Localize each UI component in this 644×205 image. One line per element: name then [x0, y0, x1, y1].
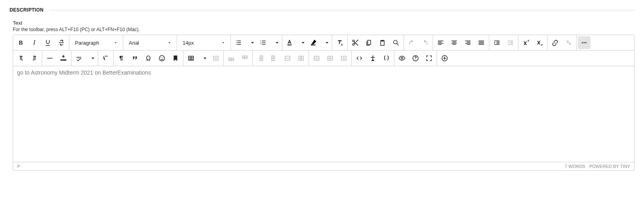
fullscreen-icon [425, 55, 433, 62]
delete-table-icon [212, 55, 219, 62]
toolbar-row-1: B I Paragraph Arial 14px [13, 35, 634, 51]
undo-button[interactable] [405, 36, 418, 49]
bookmark-icon [172, 55, 179, 62]
emoji-icon [158, 55, 165, 62]
anchor-button[interactable] [169, 52, 182, 65]
rtl-icon [31, 55, 38, 62]
delete-table-button[interactable] [209, 52, 222, 65]
branding[interactable]: POWERED BY TINY [589, 164, 630, 169]
table-icon [187, 55, 195, 62]
bullet-list-menu[interactable] [246, 36, 256, 49]
numbered-list-icon [260, 39, 267, 46]
superscript-button[interactable] [520, 36, 532, 49]
paste-button[interactable] [376, 36, 389, 49]
accessibility-button[interactable] [366, 52, 379, 65]
rtl-button[interactable] [28, 52, 41, 65]
unlink-icon [565, 39, 572, 46]
link-icon [551, 39, 559, 46]
insert-row-above-button[interactable] [225, 52, 238, 65]
insert-line-button[interactable] [57, 52, 70, 65]
italic-button[interactable]: I [28, 36, 41, 49]
indent-icon [493, 39, 500, 46]
horizontal-rule-icon [46, 55, 53, 62]
align-center-button[interactable] [448, 36, 461, 49]
highlight-color-menu[interactable] [320, 36, 331, 49]
fullscreen-button[interactable] [423, 52, 435, 65]
bold-button[interactable]: B [14, 36, 27, 49]
svg-point-4 [585, 42, 587, 43]
table-menu[interactable] [198, 52, 209, 65]
copy-icon [365, 39, 372, 46]
chevron-down-icon [113, 40, 118, 45]
align-left-button[interactable] [434, 36, 447, 49]
omega-icon [145, 55, 152, 62]
emoji-button[interactable] [156, 52, 168, 65]
link-button[interactable] [549, 36, 561, 49]
special-char-button[interactable] [142, 52, 155, 65]
redo-button[interactable] [419, 36, 431, 49]
spellcheck-button[interactable]: ABC [73, 52, 85, 65]
subscript-button[interactable] [533, 36, 546, 49]
horizontal-rule-button[interactable] [43, 52, 56, 65]
element-path[interactable]: P [17, 164, 20, 169]
underline-button[interactable] [41, 36, 54, 49]
preview-button[interactable] [396, 52, 408, 65]
numbered-list-menu[interactable] [270, 36, 281, 49]
cut-button[interactable] [349, 36, 362, 49]
font-family-select[interactable]: Arial [124, 36, 176, 49]
formula-icon [102, 55, 109, 62]
code-sample-button[interactable] [380, 52, 393, 65]
bullet-list-icon [235, 39, 242, 46]
svg-point-21 [386, 58, 387, 59]
search-icon [392, 39, 400, 46]
paragraph-icon [118, 55, 125, 62]
align-justify-button[interactable] [475, 36, 488, 49]
clear-formatting-button[interactable] [333, 36, 346, 49]
insert-col-left-button[interactable] [254, 52, 267, 65]
paragraph-button[interactable] [115, 52, 128, 65]
highlight-color-button[interactable] [307, 36, 320, 49]
add-content-button[interactable] [438, 52, 451, 65]
chevron-down-icon [323, 39, 331, 46]
delete-col-button[interactable] [295, 52, 307, 65]
find-button[interactable] [390, 36, 402, 49]
help-button[interactable] [409, 52, 422, 65]
blockquote-button[interactable] [128, 52, 141, 65]
split-cells-button[interactable] [324, 52, 337, 65]
col-right-icon [270, 55, 278, 62]
bullet-list-button[interactable] [232, 36, 245, 49]
indent-button[interactable] [490, 36, 503, 49]
font-family-value: Arial [129, 40, 139, 46]
insert-row-below-button[interactable] [238, 52, 251, 65]
unlink-button[interactable] [562, 36, 575, 49]
cell-props-button[interactable] [337, 52, 350, 65]
copy-button[interactable] [362, 36, 375, 49]
editor-content[interactable]: go to Astronomy Midterm 2021 on BetterEx… [13, 66, 634, 162]
source-code-button[interactable] [353, 52, 366, 65]
numbered-list-button[interactable] [257, 36, 270, 49]
svg-point-24 [415, 59, 416, 60]
more-toolbar-button[interactable] [578, 36, 591, 49]
outdent-button[interactable] [504, 36, 517, 49]
spellcheck-menu[interactable] [86, 52, 97, 65]
insert-col-right-button[interactable] [268, 52, 280, 65]
bold-icon: B [19, 39, 23, 46]
font-size-select[interactable]: 14px [178, 36, 230, 49]
outdent-icon [507, 39, 514, 46]
word-count[interactable]: 7 WORDS [565, 164, 585, 169]
cut-icon [352, 39, 359, 46]
text-color-button[interactable] [283, 36, 296, 49]
ltr-button[interactable] [14, 52, 27, 65]
delete-row-button[interactable] [281, 52, 294, 65]
undo-icon [408, 39, 415, 46]
table-button[interactable] [185, 52, 197, 65]
formula-button[interactable] [99, 52, 112, 65]
text-color-menu[interactable] [296, 36, 307, 49]
align-center-icon [451, 39, 458, 46]
svg-rect-5 [47, 58, 53, 59]
align-right-button[interactable] [461, 36, 474, 49]
merge-cells-button[interactable] [310, 52, 323, 65]
block-format-select[interactable]: Paragraph [70, 36, 122, 49]
editor-statusbar: P 7 WORDS POWERED BY TINY [13, 162, 634, 170]
strikethrough-button[interactable] [55, 36, 68, 49]
